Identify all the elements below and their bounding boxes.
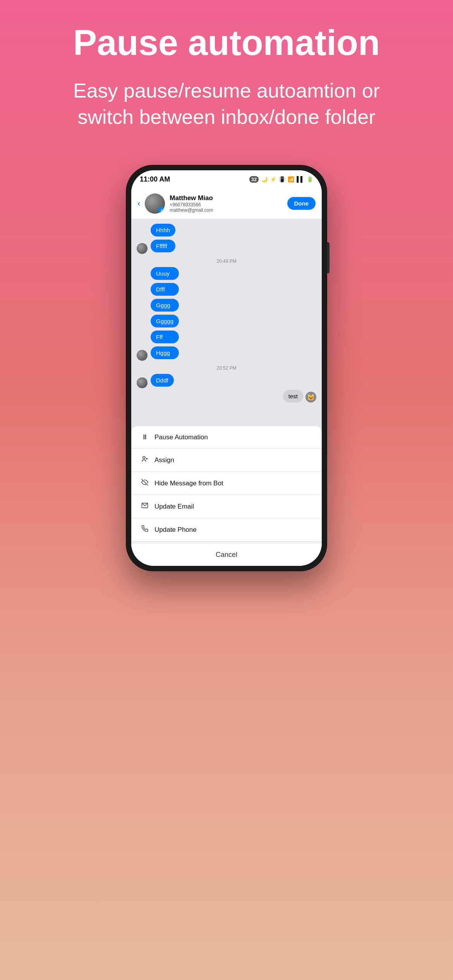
- status-icon-moon: 🌙: [261, 176, 268, 182]
- sender-avatar-1: [137, 243, 148, 254]
- outgoing-message-row: test 🐱: [137, 390, 316, 403]
- pause-icon: ⏸: [141, 433, 149, 441]
- page-title: Pause automation: [52, 23, 401, 62]
- notification-badge: 32: [249, 176, 259, 183]
- contact-name: Matthew Miao: [170, 194, 282, 202]
- status-icon-wifi: 📶: [288, 176, 294, 182]
- message-bubble-2: Ffffff: [151, 240, 175, 252]
- chat-content: Hhhh Ffffff 20:49 PM Uuuy Dfff: [131, 219, 322, 566]
- phone-mockup: 11:00 AM 32 🌙 ⚡ 📳 📶 ▌▌ 🔋 ‹: [126, 165, 327, 571]
- update-phone-label: Update Phone: [154, 526, 197, 534]
- message-row-1: Hhhh Ffffff: [137, 224, 316, 254]
- contact-email: matthew@gmail.com: [170, 207, 282, 213]
- status-time: 11:00 AM: [140, 175, 170, 183]
- status-icons: 32 🌙 ⚡ 📳 📶 ▌▌ 🔋: [249, 176, 313, 183]
- contact-avatar: [145, 194, 165, 214]
- update-email-label: Update Email: [154, 503, 194, 511]
- email-icon: [141, 502, 149, 511]
- side-button: [327, 242, 329, 273]
- bot-avatar: 🐱: [305, 392, 316, 403]
- sheet-item-update-email[interactable]: Update Email: [131, 495, 322, 518]
- message-bubble-8: Hggg: [151, 346, 179, 359]
- hide-icon: [141, 479, 149, 488]
- status-icon-bt: ⚡: [270, 176, 276, 182]
- sheet-item-hide[interactable]: Hide Message from Bot: [131, 472, 322, 495]
- status-icon-vibrate: 📳: [279, 176, 285, 182]
- message-bubble-9: Dddf: [151, 374, 174, 387]
- message-bubble-6: Ggggg: [151, 315, 179, 327]
- pause-label: Pause Automation: [154, 433, 208, 441]
- assign-icon: [141, 456, 149, 464]
- back-button[interactable]: ‹: [137, 199, 140, 209]
- cancel-label: Cancel: [216, 551, 237, 559]
- cancel-button[interactable]: Cancel: [131, 541, 322, 566]
- messenger-icon: [158, 207, 165, 214]
- hide-label: Hide Message from Bot: [154, 480, 223, 487]
- message-row-3: Dddf: [137, 374, 316, 388]
- phone-inner: 11:00 AM 32 🌙 ⚡ 📳 📶 ▌▌ 🔋 ‹: [131, 170, 322, 566]
- message-bubble-3: Uuuy: [151, 267, 179, 280]
- title-section: Pause automation Easy pause/resume autoa…: [52, 23, 401, 130]
- phone-screen: 11:00 AM 32 🌙 ⚡ 📳 📶 ▌▌ 🔋 ‹: [131, 170, 322, 566]
- contact-phone: +96678933566: [170, 202, 282, 207]
- sheet-item-pause[interactable]: ⏸ Pause Automation: [131, 426, 322, 449]
- assign-label: Assign: [154, 456, 174, 464]
- sheet-item-assign[interactable]: Assign: [131, 449, 322, 472]
- message-bubble-4: Dfff: [151, 283, 179, 296]
- sender-avatar-3: [137, 377, 148, 388]
- phone-outer: 11:00 AM 32 🌙 ⚡ 📳 📶 ▌▌ 🔋 ‹: [126, 165, 327, 571]
- timestamp-1: 20:49 PM: [137, 259, 316, 264]
- page-subtitle: Easy pause/resume autoamtion or switch b…: [52, 78, 401, 130]
- done-button[interactable]: Done: [287, 197, 316, 210]
- bottom-sheet: ⏸ Pause Automation Assign: [131, 426, 322, 566]
- outgoing-bubble: test: [283, 390, 303, 403]
- status-icon-signal: ▌▌: [297, 176, 304, 182]
- contact-info: Matthew Miao +96678933566 matthew@gmail.…: [170, 194, 282, 213]
- bubble-group-1: Hhhh Ffffff: [151, 224, 175, 254]
- svg-point-0: [143, 457, 145, 459]
- message-bubble-5: Gggg: [151, 299, 179, 312]
- sender-avatar-2: [137, 350, 148, 361]
- phone-icon: [141, 525, 149, 534]
- status-icon-battery: 🔋: [307, 176, 313, 182]
- status-bar: 11:00 AM 32 🌙 ⚡ 📳 📶 ▌▌ 🔋: [131, 170, 322, 188]
- chat-header: ‹ Matthew Miao +96678933566 matthew@gmai…: [131, 188, 322, 219]
- message-bubble-1: Hhhh: [151, 224, 175, 236]
- message-row-2: Uuuy Dfff Gggg Ggggg Fff Hggg: [137, 267, 316, 361]
- bubble-group-2: Uuuy Dfff Gggg Ggggg Fff Hggg: [151, 267, 179, 361]
- page-wrapper: Pause automation Easy pause/resume autoa…: [0, 0, 453, 980]
- sheet-item-update-phone[interactable]: Update Phone: [131, 518, 322, 541]
- timestamp-2: 20:52 PM: [137, 365, 316, 371]
- message-bubble-7: Fff: [151, 331, 179, 343]
